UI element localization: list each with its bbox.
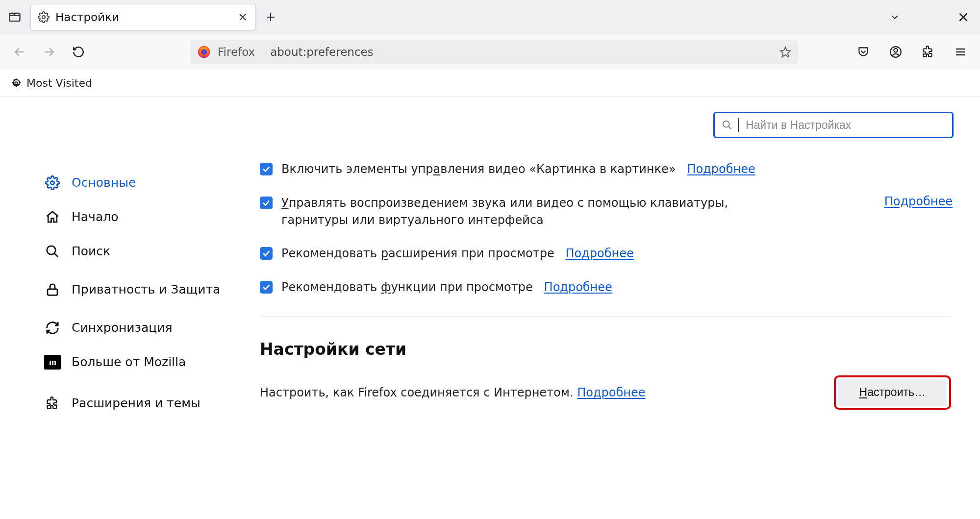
svg-point-3 [42, 16, 45, 19]
sidebar-item-label: Основные [72, 175, 136, 190]
preferences-main: Включить элементы управления видео «Карт… [260, 97, 980, 519]
learn-more-link[interactable]: Подробнее [577, 386, 645, 399]
sync-icon [44, 320, 61, 336]
option-recommend-features: Рекомендовать функции при просмотре Подр… [260, 279, 953, 296]
bookmarks-toolbar: Most Visited [0, 70, 980, 97]
option-label: Управлять воспроизведением звука или вид… [281, 195, 779, 229]
sidebar-item-privacy[interactable]: Приватность и Защита [44, 269, 260, 311]
svg-point-13 [201, 49, 207, 55]
search-icon [722, 120, 732, 130]
sidebar-item-label: Поиск [72, 244, 110, 259]
learn-more-link[interactable]: Подробнее [566, 247, 634, 260]
sidebar-item-label: Синхронизация [72, 321, 173, 335]
option-recommend-extensions: Рекомендовать расширения при просмотре П… [260, 245, 953, 262]
bookmark-label: Most Visited [26, 77, 92, 89]
sidebar-item-label: Приватность и Защита [72, 282, 220, 297]
extensions-button[interactable] [917, 41, 939, 63]
section-title-network: Настройки сети [260, 340, 953, 359]
window-icon [6, 8, 24, 26]
learn-more-link[interactable]: Подробнее [544, 280, 612, 294]
gear-outline-icon [11, 78, 22, 89]
checkbox-recommend-features[interactable] [260, 281, 273, 294]
svg-rect-26 [48, 289, 57, 296]
svg-point-23 [50, 181, 54, 185]
learn-more-link[interactable]: Подробнее [884, 195, 953, 208]
address-bar[interactable]: Firefox about:preferences [190, 40, 798, 64]
account-button[interactable] [885, 41, 906, 63]
forward-button[interactable] [38, 41, 60, 63]
bookmark-star-button[interactable] [779, 46, 791, 58]
puzzle-icon [44, 395, 61, 412]
svg-point-24 [47, 246, 56, 255]
lock-icon [44, 281, 61, 298]
network-row: Настроить, как Firefox соединяется с Инт… [260, 375, 951, 410]
sidebar-item-label: Расширения и темы [72, 396, 201, 411]
bookmark-most-visited[interactable]: Most Visited [11, 77, 92, 89]
tab-title: Настройки [55, 11, 231, 24]
sidebar-item-more-mozilla[interactable]: m Больше от Mozilla [44, 345, 260, 379]
close-tab-button[interactable] [237, 11, 249, 23]
svg-line-25 [54, 253, 58, 257]
option-label: Включить элементы управления видео «Карт… [281, 161, 755, 178]
sidebar-item-label: Больше от Mozilla [72, 355, 186, 370]
browser-tab[interactable]: Настройки [30, 4, 256, 30]
sidebar-item-general[interactable]: Основные [44, 166, 260, 200]
tab-strip: Настройки [0, 0, 980, 34]
sidebar-item-home[interactable]: Начало [44, 200, 260, 234]
learn-more-link[interactable]: Подробнее [687, 162, 755, 176]
back-button[interactable] [9, 41, 30, 63]
sidebar-item-label: Начало [72, 210, 118, 224]
preferences-sidebar: Основные Начало Поиск Приватность и Защи… [0, 97, 260, 519]
sidebar-item-sync[interactable]: Синхронизация [44, 311, 260, 345]
new-tab-button[interactable] [260, 6, 281, 28]
checkbox-recommend-extensions[interactable] [260, 247, 273, 260]
mozilla-icon: m [44, 354, 61, 371]
preferences-search[interactable] [713, 112, 954, 138]
nav-toolbar: Firefox about:preferences [0, 34, 980, 70]
list-tabs-button[interactable] [884, 6, 905, 28]
checkbox-pip[interactable] [260, 163, 273, 175]
gear-icon [44, 174, 61, 191]
option-label: Рекомендовать расширения при просмотре П… [281, 245, 634, 262]
svg-point-16 [894, 49, 898, 52]
app-menu-button[interactable] [950, 41, 971, 63]
url-text: about:preferences [270, 46, 773, 58]
svg-point-20 [15, 82, 18, 85]
network-description: Настроить, как Firefox соединяется с Инт… [260, 386, 645, 399]
firefox-icon [197, 45, 211, 59]
network-settings-button[interactable]: Настроить… [838, 379, 947, 406]
preferences-page: Основные Начало Поиск Приватность и Защи… [0, 97, 980, 519]
reload-button[interactable] [68, 41, 89, 63]
svg-marker-14 [780, 47, 790, 57]
svg-line-22 [729, 126, 731, 129]
highlight-box: Настроить… [834, 375, 951, 410]
gear-icon [38, 11, 50, 23]
option-label: Рекомендовать функции при просмотре Подр… [281, 279, 612, 296]
close-window-button[interactable] [953, 6, 974, 28]
checkbox-media-keys[interactable] [260, 197, 273, 209]
preferences-search-input[interactable] [746, 119, 945, 132]
pocket-button[interactable] [853, 41, 874, 63]
search-icon [44, 243, 61, 260]
text-cursor [738, 118, 739, 132]
option-media-keys: Управлять воспроизведением звука или вид… [260, 195, 953, 229]
svg-point-21 [723, 121, 729, 127]
section-divider [260, 317, 951, 317]
sidebar-item-extensions[interactable]: Расширения и темы [44, 386, 260, 420]
identity-label: Firefox [218, 46, 263, 58]
sidebar-item-search[interactable]: Поиск [44, 234, 260, 269]
home-icon [44, 209, 61, 225]
option-pip: Включить элементы управления видео «Карт… [260, 161, 953, 178]
